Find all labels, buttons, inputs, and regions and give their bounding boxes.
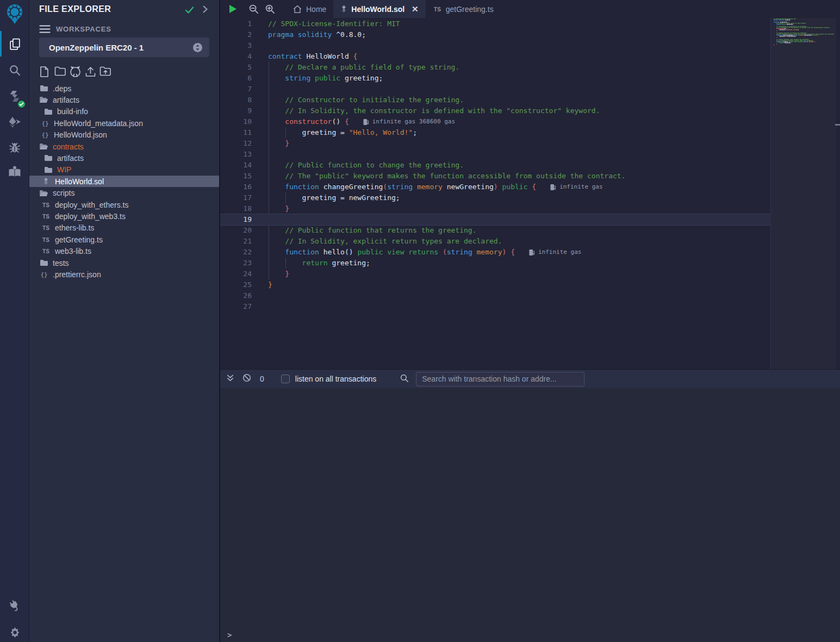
svg-text:TS: TS xyxy=(42,225,49,231)
line-number: 15 xyxy=(220,171,252,182)
braces-icon: {} xyxy=(39,271,48,278)
tree-item-label: .deps xyxy=(53,84,71,93)
deploy-run[interactable] xyxy=(0,111,29,133)
tab-gap xyxy=(278,0,285,18)
code-line-5: 5 // Declare a public field of type stri… xyxy=(220,62,771,73)
gas-estimate-badge: infinite gas xyxy=(550,182,602,192)
tree-item-deploy-with-ethers-ts[interactable]: TSdeploy_with_ethers.ts xyxy=(29,199,219,210)
code-line-12: 12 } xyxy=(220,138,771,149)
line-number: 20 xyxy=(220,225,252,236)
plugin-manager[interactable] xyxy=(0,595,29,616)
tree-item-label: getGreeting.ts xyxy=(55,235,103,244)
code-line-3: 3 xyxy=(220,40,771,51)
svg-text:TS: TS xyxy=(42,248,49,254)
zoom-out-button[interactable] xyxy=(245,0,262,18)
upload-file-icon[interactable] xyxy=(84,66,97,78)
workspace-select[interactable]: OpenZeppelin ERC20 - 1 xyxy=(39,38,209,57)
tree-item--deps[interactable]: .deps xyxy=(29,83,219,94)
code-line-25: 25} xyxy=(220,279,771,290)
explorer-toolbar xyxy=(29,66,219,79)
folder-icon xyxy=(43,166,53,174)
code-editor[interactable]: 1// SPDX-License-Identifier: MIT2pragma … xyxy=(220,18,840,369)
tree-item-helloworld-metadata-json[interactable]: {}HelloWorld_metadata.json xyxy=(29,117,219,129)
run-script-button[interactable] xyxy=(225,0,241,18)
tree-item-artifacts[interactable]: artifacts xyxy=(29,94,219,105)
upload-folder-icon[interactable] xyxy=(99,66,111,77)
collapse-terminal-icon[interactable] xyxy=(226,374,234,384)
code-line-4: 4contract HelloWorld { xyxy=(220,51,771,62)
folder-icon xyxy=(43,154,53,162)
line-number: 2 xyxy=(220,29,252,40)
tree-item-web3-lib-ts[interactable]: TSweb3-lib.ts xyxy=(29,246,219,257)
file-tree: .depsartifactsbuild-info{}HelloWorld_met… xyxy=(29,83,219,289)
tree-item-getgreeting-ts[interactable]: TSgetGreeting.ts xyxy=(29,234,219,245)
search[interactable] xyxy=(0,59,29,81)
close-tab-icon[interactable]: ✕ xyxy=(412,4,419,14)
tree-item-artifacts[interactable]: artifacts xyxy=(29,152,219,164)
tree-item--prettierrc-json[interactable]: {}.prettierrc.json xyxy=(29,269,219,280)
debugger[interactable] xyxy=(0,137,29,159)
github-icon[interactable] xyxy=(69,66,82,78)
line-number: 6 xyxy=(220,73,252,84)
line-content: } xyxy=(268,203,289,214)
hamburger-menu-icon[interactable] xyxy=(39,24,51,36)
new-folder-icon[interactable] xyxy=(54,66,66,77)
line-content: return greeting; xyxy=(268,258,370,269)
line-content: greeting = newGreeting; xyxy=(268,192,400,203)
line-number: 4 xyxy=(220,51,252,62)
clear-console-icon[interactable] xyxy=(242,373,251,384)
tree-item-tests[interactable]: tests xyxy=(29,257,219,269)
scrollbar-marker xyxy=(835,124,840,126)
tab-home[interactable]: Home xyxy=(285,0,333,18)
terminal-search-input[interactable] xyxy=(416,372,584,387)
minimap[interactable] xyxy=(773,18,838,51)
code-line-16: 16 function changeGreeting(string memory… xyxy=(220,182,771,192)
svg-text:TS: TS xyxy=(434,7,441,13)
tree-item-ethers-lib-ts[interactable]: TSethers-lib.ts xyxy=(29,222,219,234)
line-content: // Public function to change the greetin… xyxy=(268,160,464,171)
new-file-icon[interactable] xyxy=(39,66,49,78)
line-content: // Declare a public field of type string… xyxy=(268,62,459,73)
line-content: } xyxy=(268,279,272,290)
tree-item-deploy-with-web3-ts[interactable]: TSdeploy_with_web3.ts xyxy=(29,210,219,222)
main-area: HomeHelloWorld.sol✕TSgetGreeting.ts 1// … xyxy=(219,0,840,642)
folder-open-icon xyxy=(39,96,48,104)
tree-item-scripts[interactable]: scripts xyxy=(29,188,219,199)
folder-icon xyxy=(39,84,48,92)
tree-item-helloworld-sol[interactable]: HelloWorld.sol xyxy=(29,176,219,187)
ts-icon: TS xyxy=(433,6,442,13)
tree-item-build-info[interactable]: build-info xyxy=(29,106,219,117)
code-line-19: 19 xyxy=(220,214,771,225)
learneth[interactable] xyxy=(0,161,29,183)
zoom-in-button[interactable] xyxy=(262,0,278,18)
code-line-15: 15 // The "public" keyword makes the fun… xyxy=(220,171,771,182)
editor-tabbar: HomeHelloWorld.sol✕TSgetGreeting.ts xyxy=(220,0,840,18)
code-line-7: 7 xyxy=(220,84,771,95)
line-number: 27 xyxy=(220,301,252,312)
tree-item-wip[interactable]: WIP xyxy=(29,164,219,176)
terminal-content[interactable]: > xyxy=(220,388,840,642)
solidity-compiler[interactable] xyxy=(0,85,29,107)
chevron-right-icon[interactable] xyxy=(200,4,210,16)
tab-getgreeting-ts[interactable]: TSgetGreeting.ts xyxy=(426,0,501,18)
file-explorer[interactable] xyxy=(0,33,29,55)
remix-logo[interactable] xyxy=(0,3,29,24)
folder-open-icon xyxy=(39,189,48,197)
minimap-slider xyxy=(771,18,836,369)
svg-text:TS: TS xyxy=(42,202,49,208)
tree-item-label: HelloWorld_metadata.json xyxy=(54,119,143,128)
line-content: } xyxy=(268,269,289,279)
line-number: 12 xyxy=(220,138,252,149)
line-number: 17 xyxy=(220,192,252,203)
listen-transactions-checkbox[interactable] xyxy=(281,375,290,383)
tree-item-helloworld-json[interactable]: {}HelloWorld.json xyxy=(29,129,219,141)
code-line-8: 8 // Constructor to initialize the greet… xyxy=(220,95,771,105)
code-line-27: 27 xyxy=(220,301,771,312)
tree-item-contracts[interactable]: contracts xyxy=(29,141,219,152)
settings[interactable] xyxy=(0,621,29,642)
code-line-26: 26 xyxy=(220,290,771,301)
tree-item-label: ethers-lib.ts xyxy=(55,223,94,232)
tree-item-label: WIP xyxy=(57,165,71,174)
tab-helloworld-sol[interactable]: HelloWorld.sol✕ xyxy=(333,0,425,18)
tree-item-label: deploy_with_web3.ts xyxy=(55,212,126,221)
